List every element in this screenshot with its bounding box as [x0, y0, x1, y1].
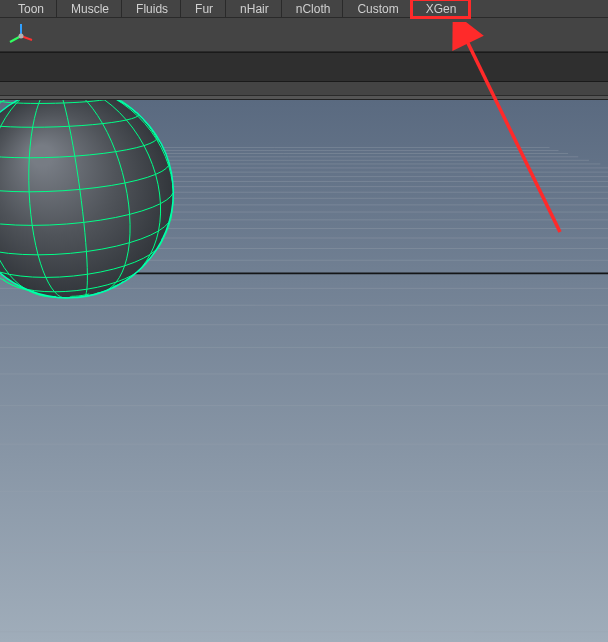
shelf-tab-nhair[interactable]: nHair [226, 0, 282, 17]
view-axis-gizmo-icon [8, 22, 34, 48]
toolbar-spacer [0, 52, 608, 82]
shelf-area [0, 18, 608, 52]
viewport-canvas[interactable] [0, 100, 608, 642]
shelf-tab-label: Fluids [136, 2, 168, 16]
shelf-tab-fur[interactable]: Fur [181, 0, 226, 17]
shelf-tab-label: Toon [18, 2, 44, 16]
shelf-tab-label: nCloth [296, 2, 331, 16]
shelf-tab-xgen[interactable]: XGen [412, 0, 470, 17]
shelf-tab-muscle[interactable]: Muscle [57, 0, 122, 17]
shelf-tab-ncloth[interactable]: nCloth [282, 0, 344, 17]
shelf-tab-fluids[interactable]: Fluids [122, 0, 181, 17]
svg-point-3 [19, 34, 24, 39]
toolbar-spacer [0, 82, 608, 96]
shelf-tab-label: Fur [195, 2, 213, 16]
viewport-panel[interactable] [0, 100, 608, 642]
shelf-tab-label: Custom [357, 2, 398, 16]
shelf-tab-label: XGen [426, 2, 457, 16]
shelf-tab-toon[interactable]: Toon [4, 0, 57, 17]
shelf-tab-label: Muscle [71, 2, 109, 16]
shelf-tab-bar: Toon Muscle Fluids Fur nHair nCloth Cust… [0, 0, 608, 18]
shelf-tab-custom[interactable]: Custom [343, 0, 411, 17]
shelf-tab-label: nHair [240, 2, 269, 16]
